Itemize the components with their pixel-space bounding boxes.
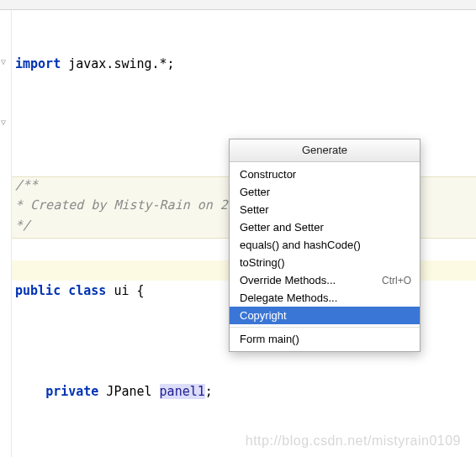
keyword-class: class xyxy=(61,283,106,298)
menu-separator xyxy=(230,327,420,328)
menu-label: Override Methods... xyxy=(240,274,336,286)
menu-label: Getter and Setter xyxy=(240,221,324,234)
menu-item-override[interactable]: Override Methods...Ctrl+O xyxy=(230,271,420,289)
field-line: private JPanel panel1; xyxy=(15,381,476,402)
menu-label: Delegate Methods... xyxy=(240,292,337,304)
menu-item-form-main[interactable]: Form main() xyxy=(230,330,420,348)
fold-mark-icon: ▽ xyxy=(1,118,6,127)
menu-item-delegate[interactable]: Delegate Methods... xyxy=(230,289,420,307)
class-name: ui { xyxy=(106,283,144,298)
field-panel1: panel1 xyxy=(160,384,205,399)
watermark-text: http://blog.csdn.net/mistyrain0109 xyxy=(246,433,461,449)
menu-label: Constructor xyxy=(240,168,296,181)
generate-popup: Generate Constructor Getter Setter Gette… xyxy=(229,139,420,352)
menu-item-getter[interactable]: Getter xyxy=(230,183,420,201)
menu-label: Form main() xyxy=(240,333,299,345)
editor-top-bar xyxy=(0,0,476,10)
import-package: javax.swing.*; xyxy=(61,56,174,71)
type-jpanel: JPanel xyxy=(98,384,159,399)
import-line: import javax.swing.*; xyxy=(15,54,476,74)
menu-item-tostring[interactable]: toString() xyxy=(230,254,420,271)
semicolon: ; xyxy=(205,384,213,399)
menu-label: toString() xyxy=(240,256,284,269)
popup-body: Constructor Getter Setter Getter and Set… xyxy=(230,162,420,351)
menu-item-constructor[interactable]: Constructor xyxy=(230,165,420,183)
popup-title: Generate xyxy=(230,139,420,162)
menu-label: Copyright xyxy=(240,309,287,322)
keyword-private: private xyxy=(45,384,98,399)
blank-line xyxy=(15,114,476,134)
menu-item-equals-hashcode[interactable]: equals() and hashCode() xyxy=(230,236,420,254)
menu-label: Getter xyxy=(240,186,270,198)
fold-mark-icon: ▽ xyxy=(1,57,6,66)
menu-item-copyright[interactable]: Copyright xyxy=(230,307,420,324)
menu-label: Setter xyxy=(240,203,269,216)
gutter: ▽ ▽ xyxy=(0,10,12,457)
keyword-public: public xyxy=(15,283,61,298)
keyword-import: import xyxy=(15,56,61,71)
menu-item-getter-setter[interactable]: Getter and Setter xyxy=(230,218,420,236)
menu-item-setter[interactable]: Setter xyxy=(230,201,420,218)
menu-label: equals() and hashCode() xyxy=(240,239,361,251)
menu-shortcut: Ctrl+O xyxy=(382,275,411,286)
